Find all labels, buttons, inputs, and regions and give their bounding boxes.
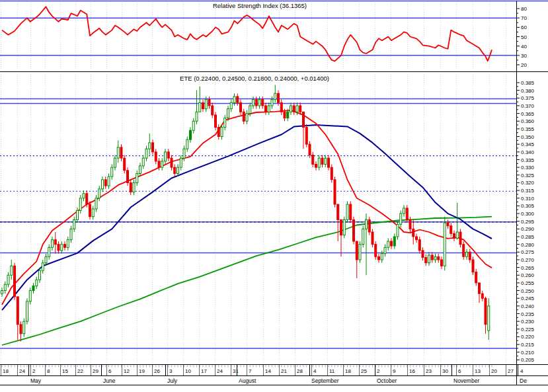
svg-text:13: 13 bbox=[475, 368, 481, 374]
svg-text:0.220: 0.220 bbox=[521, 334, 535, 340]
svg-text:9: 9 bbox=[393, 368, 396, 374]
svg-text:0.275: 0.275 bbox=[521, 249, 535, 255]
svg-text:6: 6 bbox=[458, 368, 461, 374]
svg-text:0.285: 0.285 bbox=[521, 234, 535, 240]
price-panel[interactable]: ETE (0.22400, 0.24500, 0.21800, 0.24000,… bbox=[0, 74, 516, 364]
svg-text:80: 80 bbox=[521, 6, 527, 12]
svg-text:30: 30 bbox=[521, 53, 527, 59]
svg-text:4: 4 bbox=[313, 368, 317, 374]
svg-text:November: November bbox=[453, 377, 479, 384]
svg-text:0.370: 0.370 bbox=[521, 103, 535, 109]
svg-text:0.295: 0.295 bbox=[521, 219, 535, 225]
svg-text:8: 8 bbox=[47, 368, 50, 374]
svg-text:30: 30 bbox=[442, 368, 448, 374]
svg-text:2: 2 bbox=[32, 368, 36, 374]
svg-text:0.380: 0.380 bbox=[521, 88, 535, 94]
svg-text:0.310: 0.310 bbox=[521, 196, 535, 202]
svg-text:0.250: 0.250 bbox=[521, 288, 535, 294]
svg-text:3: 3 bbox=[169, 368, 173, 374]
svg-text:0.235: 0.235 bbox=[521, 311, 535, 317]
date-axis[interactable]: 1824281522296121926310172431714212841118… bbox=[1, 365, 528, 384]
svg-text:0.245: 0.245 bbox=[521, 295, 535, 301]
svg-text:10: 10 bbox=[185, 368, 191, 374]
svg-text:26: 26 bbox=[154, 368, 160, 374]
svg-text:28: 28 bbox=[297, 368, 303, 374]
svg-text:60: 60 bbox=[521, 24, 527, 30]
svg-text:0.205: 0.205 bbox=[521, 357, 535, 363]
chart-window: Relative Strength Index (36.1365) ETE (0… bbox=[0, 0, 548, 392]
svg-text:11: 11 bbox=[329, 368, 335, 374]
svg-text:0.240: 0.240 bbox=[521, 303, 535, 309]
svg-text:29: 29 bbox=[93, 368, 98, 374]
svg-text:24: 24 bbox=[19, 368, 25, 374]
svg-text:0.365: 0.365 bbox=[521, 111, 535, 117]
svg-text:0.305: 0.305 bbox=[521, 203, 535, 209]
svg-text:0.300: 0.300 bbox=[521, 211, 535, 217]
svg-text:25: 25 bbox=[361, 368, 367, 374]
svg-text:50: 50 bbox=[521, 34, 527, 40]
svg-text:0.265: 0.265 bbox=[521, 265, 535, 271]
rsi-axis-ticks: 20304050607080 bbox=[516, 6, 527, 68]
svg-text:15: 15 bbox=[62, 368, 68, 374]
svg-text:0.325: 0.325 bbox=[521, 173, 535, 178]
svg-text:0.210: 0.210 bbox=[521, 350, 535, 356]
svg-text:7: 7 bbox=[249, 368, 252, 374]
svg-text:July: July bbox=[167, 377, 178, 384]
svg-text:12: 12 bbox=[124, 368, 130, 374]
svg-text:De: De bbox=[520, 377, 527, 384]
svg-text:0.360: 0.360 bbox=[521, 118, 535, 124]
svg-text:0.355: 0.355 bbox=[521, 126, 535, 132]
svg-text:0.385: 0.385 bbox=[521, 80, 535, 86]
svg-text:21: 21 bbox=[281, 368, 287, 374]
svg-text:70: 70 bbox=[521, 15, 527, 21]
svg-text:14: 14 bbox=[265, 368, 271, 374]
svg-text:0.315: 0.315 bbox=[521, 188, 535, 194]
svg-text:October: October bbox=[377, 377, 397, 384]
svg-text:0.290: 0.290 bbox=[521, 226, 535, 232]
svg-text:0.340: 0.340 bbox=[521, 149, 535, 155]
svg-text:0.330: 0.330 bbox=[521, 165, 535, 171]
svg-text:22: 22 bbox=[77, 368, 83, 374]
svg-text:0.335: 0.335 bbox=[521, 157, 535, 163]
date-ticks-and-labels: 1824281522296121926310172431714212841118… bbox=[1, 365, 528, 384]
rsi-panel[interactable]: Relative Strength Index (36.1365) bbox=[0, 2, 516, 70]
svg-text:20: 20 bbox=[521, 62, 527, 68]
svg-text:0.375: 0.375 bbox=[521, 95, 535, 101]
svg-text:0.350: 0.350 bbox=[521, 134, 535, 140]
svg-text:September: September bbox=[311, 377, 339, 384]
svg-text:0.280: 0.280 bbox=[521, 242, 535, 248]
svg-text:18: 18 bbox=[3, 368, 9, 374]
svg-text:0.230: 0.230 bbox=[521, 319, 535, 325]
support-resistance-lines bbox=[0, 98, 516, 348]
svg-text:6: 6 bbox=[108, 368, 112, 374]
right-value-axis[interactable]: 20304050607080 0.2050.2100.2150.2200.225… bbox=[516, 6, 535, 363]
svg-text:24: 24 bbox=[217, 368, 223, 374]
rsi-title: Relative Strength Index (36.1365) bbox=[213, 2, 307, 9]
svg-text:0.270: 0.270 bbox=[521, 257, 535, 263]
svg-text:23: 23 bbox=[426, 368, 432, 374]
svg-text:17: 17 bbox=[201, 368, 207, 374]
svg-text:4: 4 bbox=[520, 368, 524, 374]
svg-text:0.320: 0.320 bbox=[521, 180, 535, 186]
svg-text:June: June bbox=[103, 377, 116, 384]
svg-text:18: 18 bbox=[345, 368, 351, 374]
svg-text:20: 20 bbox=[491, 368, 497, 374]
svg-text:August: August bbox=[239, 377, 256, 384]
svg-text:31: 31 bbox=[233, 368, 239, 374]
svg-text:0.260: 0.260 bbox=[521, 272, 535, 278]
price-title: ETE (0.22400, 0.24500, 0.21800, 0.24000,… bbox=[180, 75, 329, 82]
svg-text:0.225: 0.225 bbox=[521, 327, 535, 333]
svg-text:0.215: 0.215 bbox=[521, 342, 535, 348]
svg-text:2: 2 bbox=[377, 368, 380, 374]
svg-text:16: 16 bbox=[409, 368, 415, 374]
svg-text:May: May bbox=[30, 377, 42, 384]
chart-canvas[interactable]: Relative Strength Index (36.1365) ETE (0… bbox=[0, 0, 548, 392]
svg-text:0.255: 0.255 bbox=[521, 280, 535, 286]
svg-text:0.345: 0.345 bbox=[521, 141, 535, 147]
panel-borders bbox=[0, 1, 548, 385]
price-axis-ticks: 0.2050.2100.2150.2200.2250.2300.2350.240… bbox=[516, 80, 535, 363]
rsi-gridlines bbox=[1, 3, 506, 70]
svg-text:19: 19 bbox=[139, 368, 145, 374]
svg-text:40: 40 bbox=[521, 44, 527, 50]
svg-text:27: 27 bbox=[508, 368, 514, 374]
